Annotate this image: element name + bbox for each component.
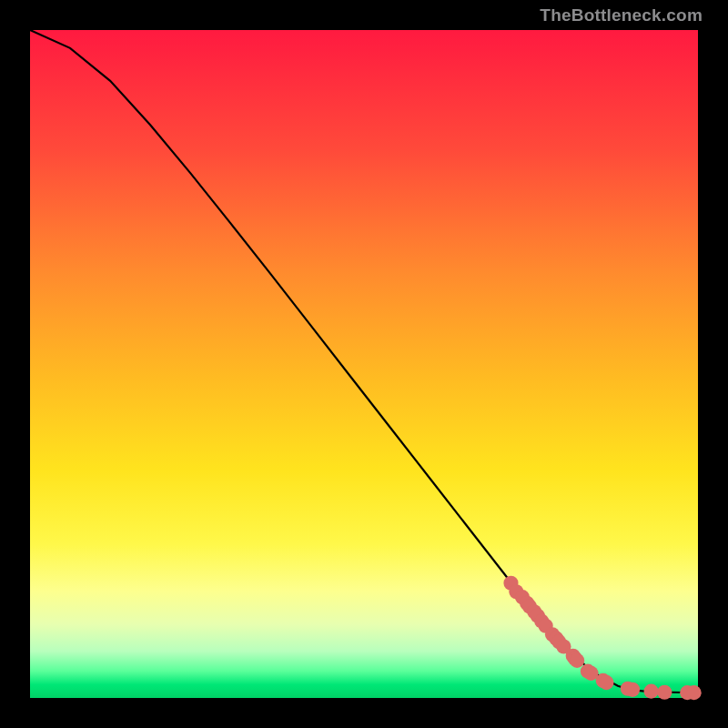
plot-area	[30, 30, 698, 698]
main-curve	[30, 30, 698, 693]
data-point	[644, 684, 659, 699]
chart-svg	[30, 30, 698, 698]
watermark-text: TheBottleneck.com	[540, 5, 703, 25]
data-point	[599, 675, 613, 690]
data-point	[657, 685, 672, 700]
data-point	[687, 685, 702, 700]
data-point	[625, 682, 640, 697]
chart-frame: TheBottleneck.com	[0, 0, 728, 728]
markers-group	[503, 576, 701, 701]
data-point	[570, 653, 584, 668]
